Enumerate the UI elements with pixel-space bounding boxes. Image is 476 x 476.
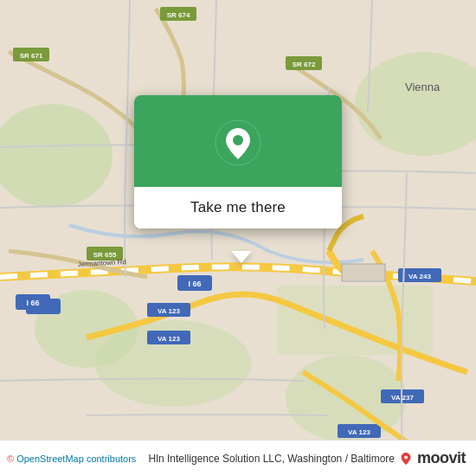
popup-card: Take me there [134,95,342,228]
osm-link[interactable]: OpenStreetMap contributors [16,453,136,464]
svg-text:SR 671: SR 671 [20,52,43,60]
map-roads: I 66 I 66 VA 123 VA 123 VA 237 VA 243 SR… [0,0,476,476]
take-me-there-button[interactable]: Take me there [177,196,299,220]
bottom-bar: © OpenStreetMap contributors Hln Intelli… [0,440,476,476]
osm-attribution: © OpenStreetMap contributors [7,453,136,464]
svg-point-36 [404,455,408,459]
svg-text:Vienna: Vienna [405,80,441,93]
svg-text:VA 123: VA 123 [348,428,370,436]
svg-text:SR 655: SR 655 [93,251,117,259]
location-pin-icon [215,119,261,166]
svg-text:I 66: I 66 [26,299,39,307]
moovit-label: moovit [417,449,466,467]
place-name: Hln Intelligence Solution LLC, Washingto… [149,453,395,465]
svg-rect-32 [342,264,385,281]
moovit-logo: moovit [417,449,466,467]
svg-text:VA 243: VA 243 [408,273,431,280]
svg-text:I 66: I 66 [188,280,201,288]
svg-text:SR 674: SR 674 [167,11,190,19]
bottom-right-info: Hln Intelligence Solution LLC, Washingto… [149,449,466,467]
map-container: I 66 I 66 VA 123 VA 123 VA 237 VA 243 SR… [0,0,476,476]
popup-header [134,95,342,187]
svg-text:VA 123: VA 123 [158,307,180,315]
moovit-pin-icon [400,453,412,465]
svg-text:SR 672: SR 672 [293,61,316,68]
svg-point-35 [233,135,243,145]
svg-rect-6 [277,286,433,355]
svg-text:VA 123: VA 123 [158,335,180,343]
popup-button-section: Take me there [134,187,342,228]
svg-text:VA 237: VA 237 [391,394,414,402]
popup-triangle [231,251,252,263]
